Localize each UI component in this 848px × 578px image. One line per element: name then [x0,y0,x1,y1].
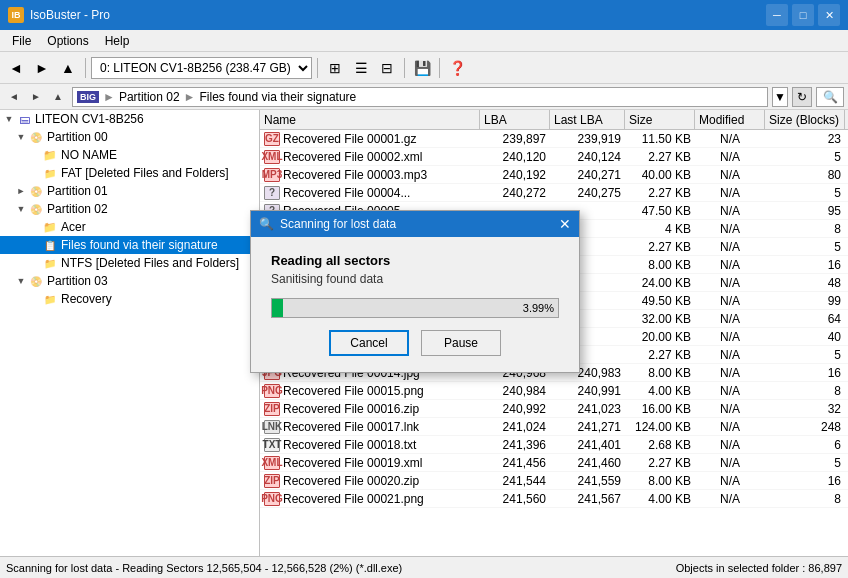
cancel-button[interactable]: Cancel [329,330,409,356]
modal-body: Reading all sectors Sanitising found dat… [251,237,579,372]
modal-overlay: 🔍 Scanning for lost data ✕ Reading all s… [0,0,848,578]
modal-buttons: Cancel Pause [271,330,559,356]
modal-title-content: 🔍 Scanning for lost data [259,217,396,231]
modal-title-bar: 🔍 Scanning for lost data ✕ [251,211,579,237]
progress-container: 3.99% [271,298,559,318]
modal-subtext: Sanitising found data [271,272,559,286]
modal-heading: Reading all sectors [271,253,559,268]
modal-search-icon: 🔍 [259,217,274,231]
scan-modal: 🔍 Scanning for lost data ✕ Reading all s… [250,210,580,373]
modal-close-button[interactable]: ✕ [559,216,571,232]
progress-label: 3.99% [523,302,554,314]
modal-title-label: Scanning for lost data [280,217,396,231]
pause-button[interactable]: Pause [421,330,501,356]
progress-bar [272,299,283,317]
